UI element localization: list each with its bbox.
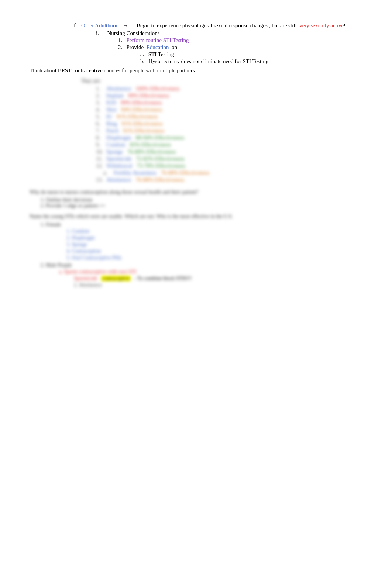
type2-sub-items: Spermicide contraceptive - To combine bl… — [74, 276, 362, 288]
item-b-text: Hysterectomy does not eliminate need for… — [149, 58, 269, 64]
section-f-header: f. Older Adulthood → Begin to experience… — [74, 22, 362, 29]
list-item: 11. Spermicide 72-82% Effectiveness — [96, 156, 362, 162]
type2-sub-item-1: Spermicide contraceptive - To combine bl… — [74, 276, 362, 282]
section-f: f. Older Adulthood → Begin to experience… — [74, 22, 362, 65]
list-item: 8. Diaphragm 88-94% Effectiveness — [96, 135, 362, 141]
type1-item: 3. Sponge — [66, 242, 362, 248]
list-header: They are: — [81, 78, 362, 84]
type1-header: 1. Female — [41, 222, 362, 228]
type1-item: 5. Oral Contraceptive Pills — [66, 255, 362, 261]
item-b-num: b. — [140, 58, 144, 64]
item-a-row: a. STI Testing — [140, 51, 362, 58]
roman-i: i. — [96, 30, 99, 36]
item2-provide: Provide — [127, 44, 144, 50]
item2-on: on: — [172, 44, 179, 50]
item1-text: Perform routine STI Testing — [127, 37, 189, 43]
type2-header: 2. Male People — [41, 262, 362, 268]
list-item: 2. Implant 99% Effectiveness — [96, 93, 362, 99]
type2-sub-item-2: 2. Abstinence — [74, 282, 362, 288]
arrow-symbol: → — [123, 22, 128, 28]
intro-text: Begin to experience physiological sexual… — [137, 23, 297, 28]
sexually-active-text: very sexually active — [299, 23, 344, 28]
nursing-section: i. Nursing Considerations — [96, 30, 362, 37]
think-line: Think about BEST contraceptive choices f… — [30, 68, 362, 74]
list-item: 1. Abstinence 100% Effectiveness — [96, 86, 362, 92]
older-adulthood-text: Older Adulthood — [81, 23, 118, 28]
type1-item: 2. Diaphragm — [66, 235, 362, 241]
item-2-row: 2. Provide Education on: — [118, 44, 362, 51]
list-item: 12. Withdrawal 73-78% Effectiveness — [96, 163, 362, 169]
exclamation: ! — [344, 23, 345, 28]
contraceptive-list-section: They are: 1. Abstinence 100% Effectivene… — [59, 78, 362, 183]
why-section: Why do nurse to nurses contraception alo… — [30, 188, 362, 209]
list-item: 7. Patch 91% Effectiveness — [96, 128, 362, 134]
why-header: Why do nurse to nurses contraception alo… — [30, 188, 362, 196]
sti-header: Name the young STIs which were are usabl… — [30, 213, 362, 220]
type1-item: 1. Condom — [66, 228, 362, 234]
list-item: a. Fertility Awareness 76-88% Effectiven… — [103, 170, 362, 176]
type2-item-a: a. Sperm contraceptive with own STI — [59, 269, 362, 275]
type1-list: 1. Condom 2. Diaphragm 3. Sponge 4. Cont… — [66, 228, 362, 261]
type2-sub-a: a. Sperm contraceptive with own STI Sper… — [59, 269, 362, 288]
item-a-num: a. — [140, 51, 144, 57]
sti-section: Name the young STIs which were are usabl… — [30, 213, 362, 288]
item2-education: Education — [147, 44, 169, 50]
list-item: 6. Ring 91% Effectiveness — [96, 121, 362, 127]
item2-num: 2. — [118, 44, 122, 50]
list-item: 9. Condom 85% Effectiveness — [96, 142, 362, 148]
item-1-row: 1. Perform routine STI Testing — [118, 37, 362, 44]
list-item: 5. IU 91% Effectiveness — [96, 114, 362, 120]
item-b-row: b. Hysterectomy does not eliminate need … — [140, 58, 362, 65]
list-item: 3. IUD 99% Effectiveness — [96, 100, 362, 106]
list-item: 10. Sponge 76-88% Effectiveness — [96, 149, 362, 155]
item1-num: 1. — [118, 37, 122, 43]
list-item: 13. Abstinence 76-88% Effectiveness — [96, 177, 362, 183]
why-item-1: 1. Outline their decisions — [41, 197, 362, 203]
type1-item: 4. Contraception — [66, 248, 362, 254]
item-a-text: STI Testing — [148, 51, 174, 57]
list-item: 4. Shot 94% Effectiveness — [96, 107, 362, 113]
nursing-considerations-label: Nursing Considerations — [107, 30, 159, 36]
why-item-2: 2. Provide 1 edge or pattern ++ — [41, 203, 362, 209]
f-label: f. — [74, 23, 77, 28]
